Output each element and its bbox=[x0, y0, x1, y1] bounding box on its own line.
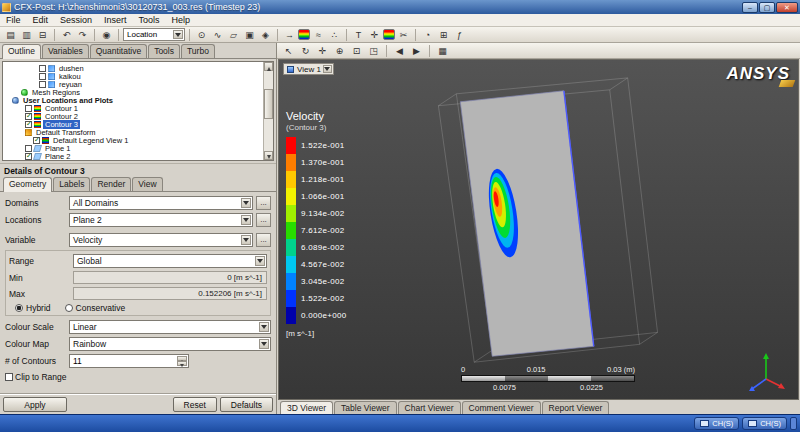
tab-outline[interactable]: Outline bbox=[2, 44, 41, 59]
zoom-tool-icon[interactable]: ⊕ bbox=[332, 44, 347, 57]
clip-to-range-checkbox[interactable] bbox=[5, 373, 13, 381]
checkbox-checked[interactable] bbox=[33, 137, 40, 144]
insert-coord-frame-icon[interactable]: ✛ bbox=[367, 28, 382, 41]
tab-turbo[interactable]: Turbo bbox=[181, 44, 215, 58]
checkbox-unchecked[interactable] bbox=[39, 65, 46, 72]
variable-more-button[interactable]: ... bbox=[256, 233, 271, 247]
insert-point-icon[interactable]: ⊙ bbox=[194, 28, 209, 41]
menu-session[interactable]: Session bbox=[54, 14, 98, 26]
tab-geometry[interactable]: Geometry bbox=[3, 177, 52, 192]
checkbox-checked[interactable] bbox=[25, 121, 32, 128]
tree-item-default-transform[interactable]: Default Transform bbox=[5, 128, 273, 136]
checkbox-unchecked[interactable] bbox=[25, 145, 32, 152]
tab-tools[interactable]: Tools bbox=[148, 44, 180, 58]
menu-help[interactable]: Help bbox=[166, 14, 197, 26]
maximize-button[interactable]: ▢ bbox=[759, 2, 775, 13]
tree-item-plane-2[interactable]: Plane 2 bbox=[5, 152, 273, 160]
checkbox-unchecked[interactable] bbox=[39, 81, 46, 88]
tab-quantitative[interactable]: Quantitative bbox=[90, 44, 147, 58]
insert-clip-plane-icon[interactable]: ✂ bbox=[396, 28, 411, 41]
menu-tools[interactable]: Tools bbox=[133, 14, 166, 26]
scroll-thumb[interactable] bbox=[264, 89, 273, 119]
tab-report-viewer[interactable]: Report Viewer bbox=[542, 401, 610, 414]
language-indicator[interactable]: CH(S) bbox=[742, 417, 787, 430]
tab-3d-viewer[interactable]: 3D Viewer bbox=[280, 401, 333, 414]
insert-vector-icon[interactable]: → bbox=[282, 28, 297, 41]
tab-table-viewer[interactable]: Table Viewer bbox=[334, 401, 397, 414]
print-icon[interactable]: ⊟ bbox=[35, 28, 50, 41]
domains-select[interactable]: All Domains bbox=[69, 196, 253, 210]
chevron-down-icon bbox=[323, 65, 332, 73]
function-calculator-icon[interactable]: ƒ bbox=[452, 28, 467, 41]
tree-scrollbar[interactable] bbox=[263, 62, 273, 160]
close-button[interactable]: ✕ bbox=[776, 2, 798, 13]
conservative-radio[interactable] bbox=[65, 304, 73, 312]
insert-text-icon[interactable]: T bbox=[351, 28, 366, 41]
save-state-icon[interactable]: ▥ bbox=[19, 28, 34, 41]
insert-streamline-icon[interactable]: ≈ bbox=[311, 28, 326, 41]
colour-scale-select[interactable]: Linear bbox=[69, 320, 271, 334]
reset-button[interactable]: Reset bbox=[173, 397, 217, 412]
checkbox-unchecked[interactable] bbox=[39, 73, 46, 80]
locations-more-button[interactable]: ... bbox=[256, 213, 271, 227]
hybrid-radio[interactable] bbox=[15, 304, 23, 312]
domains-more-button[interactable]: ... bbox=[256, 196, 271, 210]
locations-select[interactable]: Plane 2 bbox=[69, 213, 253, 227]
tab-labels[interactable]: Labels bbox=[53, 177, 90, 191]
viewport-layout-icon[interactable]: ▦ bbox=[435, 44, 450, 57]
scroll-up-icon[interactable] bbox=[264, 62, 273, 71]
tab-chart-viewer[interactable]: Chart Viewer bbox=[398, 401, 461, 414]
insert-volume-icon[interactable]: ▣ bbox=[242, 28, 257, 41]
plane-2-surface[interactable] bbox=[460, 91, 593, 356]
menu-file[interactable]: File bbox=[0, 14, 27, 26]
range-select[interactable]: Global bbox=[73, 254, 267, 268]
title-bar[interactable]: CFX-Post: H:\zhenshimoni3\30120731_003.r… bbox=[0, 0, 800, 14]
colour-map-select[interactable]: Rainbow bbox=[69, 337, 271, 351]
tab-view[interactable]: View bbox=[132, 177, 162, 191]
insert-contour-icon[interactable] bbox=[298, 29, 310, 40]
tree-item-kaikou[interactable]: kaikou bbox=[5, 72, 273, 80]
snapshot-icon[interactable]: ◉ bbox=[99, 28, 114, 41]
checkbox-checked[interactable] bbox=[25, 113, 32, 120]
undo-icon[interactable]: ↶ bbox=[59, 28, 74, 41]
scroll-track[interactable] bbox=[264, 71, 273, 151]
view-selector[interactable]: View 1 bbox=[283, 63, 334, 75]
menu-insert[interactable]: Insert bbox=[98, 14, 133, 26]
variable-select[interactable]: Velocity bbox=[69, 233, 253, 247]
insert-plane-icon[interactable]: ▱ bbox=[226, 28, 241, 41]
show-desktop-button[interactable] bbox=[790, 417, 797, 430]
tree-item-dushen[interactable]: dushen bbox=[5, 64, 273, 72]
timestep-selector-icon[interactable]: ◔ bbox=[420, 28, 435, 41]
contours-spinner[interactable]: 11 bbox=[69, 354, 189, 368]
insert-legend-icon[interactable] bbox=[383, 29, 395, 40]
menu-edit[interactable]: Edit bbox=[27, 14, 55, 26]
next-view-icon[interactable]: ▶ bbox=[409, 44, 424, 57]
rotate-tool-icon[interactable]: ↻ bbox=[298, 44, 313, 57]
select-tool-icon[interactable]: ↖ bbox=[281, 44, 296, 57]
load-results-icon[interactable]: ▤ bbox=[3, 28, 18, 41]
checkbox-unchecked[interactable] bbox=[25, 105, 32, 112]
tree-item-reyuan[interactable]: reyuan bbox=[5, 80, 273, 88]
checkbox-checked[interactable] bbox=[25, 153, 32, 160]
previous-view-icon[interactable]: ◀ bbox=[392, 44, 407, 57]
calculator-icon[interactable]: ⊞ bbox=[436, 28, 451, 41]
tab-comment-viewer[interactable]: Comment Viewer bbox=[462, 401, 541, 414]
scroll-down-icon[interactable] bbox=[264, 151, 273, 160]
language-indicator[interactable]: CH(S) bbox=[694, 417, 739, 430]
3d-scene[interactable] bbox=[279, 60, 798, 399]
apply-button[interactable]: Apply bbox=[3, 397, 67, 412]
defaults-button[interactable]: Defaults bbox=[220, 397, 273, 412]
redo-icon[interactable]: ↷ bbox=[75, 28, 90, 41]
location-selector[interactable]: Location bbox=[123, 28, 185, 41]
spin-down-icon[interactable] bbox=[177, 361, 187, 366]
3d-viewer[interactable]: View 1 ANSYS Velocity (Contour 3) 1.522e… bbox=[278, 59, 799, 400]
insert-isosurface-icon[interactable]: ◈ bbox=[258, 28, 273, 41]
pan-tool-icon[interactable]: ✛ bbox=[315, 44, 330, 57]
tab-render[interactable]: Render bbox=[91, 177, 131, 191]
tab-variables[interactable]: Variables bbox=[42, 44, 89, 58]
fit-view-icon[interactable]: ◳ bbox=[366, 44, 381, 57]
insert-particle-track-icon[interactable]: ∴ bbox=[327, 28, 342, 41]
minimize-button[interactable]: – bbox=[742, 2, 758, 13]
insert-polyline-icon[interactable]: ∿ bbox=[210, 28, 225, 41]
zoom-box-tool-icon[interactable]: ⊡ bbox=[349, 44, 364, 57]
